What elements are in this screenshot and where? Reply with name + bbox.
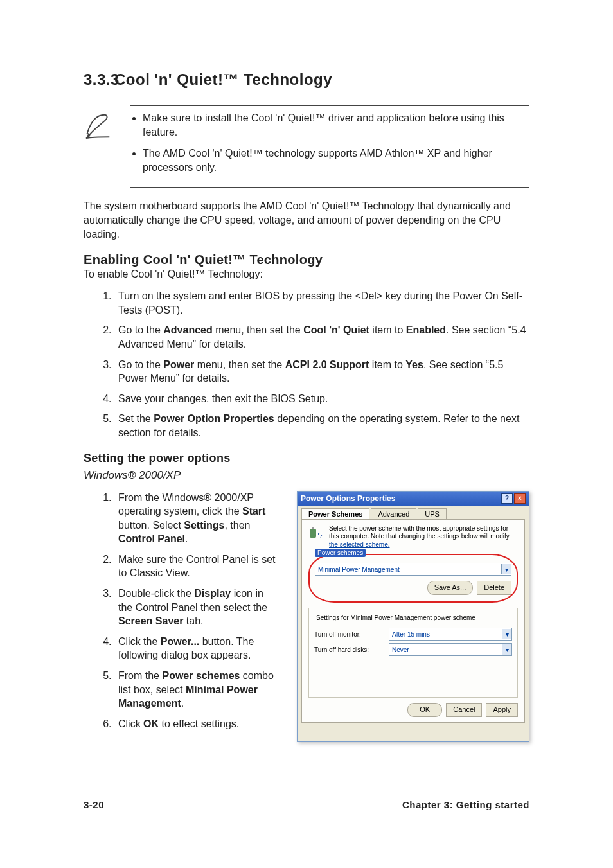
step: Double-click the Display icon in the Con… xyxy=(114,587,276,628)
section-heading: 3.3.3Cool 'n' Quiet!™ Technology xyxy=(84,71,529,89)
enable-lead: To enable Cool 'n' Quiet!™ Technology: xyxy=(84,269,529,280)
battery-plug-icon xyxy=(308,525,325,542)
save-as-button[interactable]: Save As... xyxy=(427,581,474,595)
monitor-label: Turn off monitor: xyxy=(314,631,385,638)
note-block: Make sure to install the Cool 'n' Quiet!… xyxy=(130,105,529,188)
step: Turn on the system and enter BIOS by pre… xyxy=(114,289,529,317)
hdd-label: Turn off hard disks: xyxy=(314,646,385,653)
close-button[interactable]: × xyxy=(514,493,526,504)
power-scheme-combo[interactable]: Minimal Power Management ▾ xyxy=(315,563,511,576)
step: From the Windows® 2000/XP operating syst… xyxy=(114,491,276,546)
cancel-button[interactable]: Cancel xyxy=(446,703,482,717)
ok-button[interactable]: OK xyxy=(407,703,442,717)
setting-heading: Setting the power options xyxy=(84,452,529,465)
step: Set the Power Option Properties dependin… xyxy=(114,412,529,439)
hdd-combo[interactable]: Never▾ xyxy=(389,643,512,656)
power-schemes-group: Power schemes Minimal Power Management ▾… xyxy=(308,554,518,603)
step: Save your changes, then exit the BIOS Se… xyxy=(114,392,529,406)
page-number: 3-20 xyxy=(84,799,104,810)
enable-steps: Turn on the system and enter BIOS by pre… xyxy=(84,289,529,439)
chapter-label: Chapter 3: Getting started xyxy=(402,799,529,810)
dialog-title-bar[interactable]: Power Options Properties ? × xyxy=(298,492,529,506)
step: From the Power schemes combo list box, s… xyxy=(114,669,276,711)
group-legend: Settings for Minimal Power Management po… xyxy=(314,614,477,621)
step: Make sure the Control Panel is set to Cl… xyxy=(114,553,276,580)
hint-row: Select the power scheme with the most ap… xyxy=(308,525,518,549)
tab-advanced[interactable]: Advanced xyxy=(371,508,416,519)
tab-ups[interactable]: UPS xyxy=(418,508,447,519)
step: Go to the Power menu, then set the ACPI … xyxy=(114,358,529,385)
step: Click OK to effect settings. xyxy=(114,717,276,731)
enable-heading: Enabling Cool 'n' Quiet!™ Technology xyxy=(84,252,529,267)
intro-paragraph: The system motherboard supports the AMD … xyxy=(84,199,529,241)
power-options-dialog: Power Options Properties ? × Power Schem… xyxy=(297,491,529,743)
chevron-down-icon: ▾ xyxy=(502,629,511,639)
os-label: Windows® 2000/XP xyxy=(84,469,529,482)
dialog-button-row: OK Cancel Apply xyxy=(308,703,518,717)
dialog-title: Power Options Properties xyxy=(301,494,395,503)
help-button[interactable]: ? xyxy=(501,493,513,504)
group-legend: Power schemes xyxy=(315,549,366,557)
tab-strip: Power Schemes Advanced UPS xyxy=(298,506,529,519)
pencil-note-icon xyxy=(84,111,130,143)
note-item: The AMD Cool 'n' Quiet!™ technology supp… xyxy=(143,146,529,174)
page-footer: 3-20 Chapter 3: Getting started xyxy=(84,799,529,810)
svg-rect-1 xyxy=(312,527,314,529)
svg-rect-0 xyxy=(310,529,316,538)
tab-power-schemes[interactable]: Power Schemes xyxy=(301,508,369,519)
setting-steps: From the Windows® 2000/XP operating syst… xyxy=(84,491,276,731)
chevron-down-icon: ▾ xyxy=(502,644,511,655)
monitor-combo[interactable]: After 15 mins▾ xyxy=(389,628,512,641)
step: Go to the Advanced menu, then set the Co… xyxy=(114,323,529,351)
step: Click the Power... button. The following… xyxy=(114,635,276,662)
scheme-settings-group: Settings for Minimal Power Management po… xyxy=(308,608,518,698)
note-item: Make sure to install the Cool 'n' Quiet!… xyxy=(143,111,529,139)
delete-button[interactable]: Delete xyxy=(477,581,511,595)
chevron-down-icon: ▾ xyxy=(501,564,511,574)
apply-button[interactable]: Apply xyxy=(486,703,518,717)
note-list: Make sure to install the Cool 'n' Quiet!… xyxy=(130,111,529,182)
